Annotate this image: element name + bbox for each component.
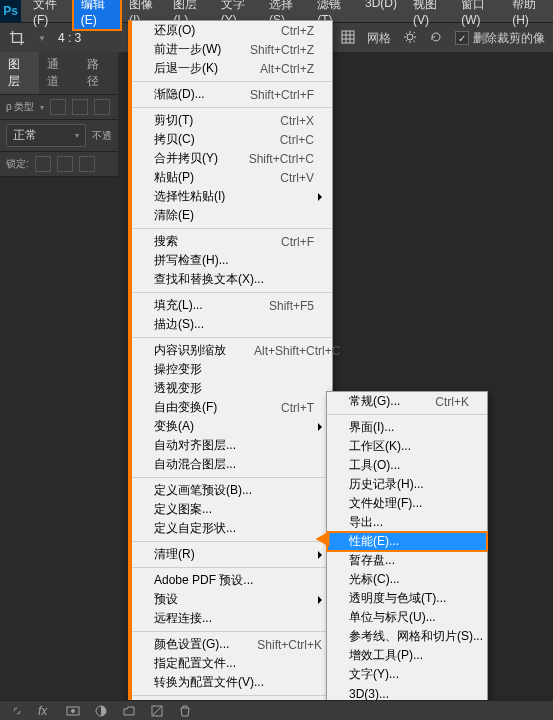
edit-menu-item-7[interactable]: 拷贝(C)Ctrl+C	[132, 130, 332, 149]
menu-item-label: 填充(L)...	[154, 297, 241, 314]
edit-menu-item-8[interactable]: 合并拷贝(Y)Shift+Ctrl+C	[132, 149, 332, 168]
filter-adjust-icon[interactable]	[72, 99, 88, 115]
menu-separator	[132, 228, 332, 229]
adjustment-layer-icon[interactable]	[94, 704, 108, 718]
svg-rect-1	[342, 31, 354, 43]
grid-overlay-icon[interactable]	[341, 30, 355, 47]
blend-mode-dropdown[interactable]: 正常 ▾	[6, 124, 86, 147]
edit-menu-item-4[interactable]: 渐隐(D)...Shift+Ctrl+F	[132, 85, 332, 104]
fx-icon[interactable]: fx	[38, 704, 52, 718]
prefs-menu-item-4[interactable]: 工具(O)...	[327, 456, 487, 475]
trash-icon[interactable]	[178, 704, 192, 718]
menu-帮助h[interactable]: 帮助(H)	[504, 0, 553, 30]
edit-menu-item-22[interactable]: 透视变形	[132, 379, 332, 398]
edit-menu-item-23[interactable]: 自由变换(F)Ctrl+T	[132, 398, 332, 417]
prefs-menu-item-3[interactable]: 工作区(K)...	[327, 437, 487, 456]
edit-menu-item-26[interactable]: 自动混合图层...	[132, 455, 332, 474]
chevron-down-icon: ▾	[75, 131, 79, 140]
menu-item-label: 导出...	[349, 514, 469, 531]
menu-文件f[interactable]: 文件(F)	[25, 0, 73, 30]
prefs-menu-item-7[interactable]: 导出...	[327, 513, 487, 532]
crop-tool-icon[interactable]	[8, 29, 26, 47]
edit-menu-item-17[interactable]: 填充(L)...Shift+F5	[132, 296, 332, 315]
edit-menu-item-39[interactable]: 指定配置文件...	[132, 654, 332, 673]
lock-position-icon[interactable]	[57, 156, 73, 172]
menu-item-label: 定义画笔预设(B)...	[154, 482, 314, 499]
menu-窗口w[interactable]: 窗口(W)	[453, 0, 504, 30]
menu-item-label: 前进一步(W)	[154, 41, 222, 58]
edit-menu-item-28[interactable]: 定义画笔预设(B)...	[132, 481, 332, 500]
prefs-menu-item-8[interactable]: 性能(E)...	[327, 532, 487, 551]
menu-item-shortcut: Shift+Ctrl+C	[249, 152, 314, 166]
edit-menu-item-6[interactable]: 剪切(T)Ctrl+X	[132, 111, 332, 130]
menu-item-label: 定义自定形状...	[154, 520, 314, 537]
menu-separator	[132, 477, 332, 478]
edit-menu-item-21[interactable]: 操控变形	[132, 360, 332, 379]
prefs-menu-item-6[interactable]: 文件处理(F)...	[327, 494, 487, 513]
edit-menu-item-9[interactable]: 粘贴(P)Ctrl+V	[132, 168, 332, 187]
edit-menu-item-13[interactable]: 搜索Ctrl+F	[132, 232, 332, 251]
edit-menu-item-2[interactable]: 后退一步(K)Alt+Ctrl+Z	[132, 59, 332, 78]
menu-item-label: 自由变换(F)	[154, 399, 253, 416]
edit-menu-item-20[interactable]: 内容识别缩放Alt+Shift+Ctrl+C	[132, 341, 332, 360]
new-layer-icon[interactable]	[150, 704, 164, 718]
menu-item-shortcut: Ctrl+T	[281, 401, 314, 415]
prefs-menu-item-15[interactable]: 文字(Y)...	[327, 665, 487, 684]
svg-point-2	[407, 34, 413, 40]
prefs-menu-item-10[interactable]: 光标(C)...	[327, 570, 487, 589]
prefs-menu-item-11[interactable]: 透明度与色域(T)...	[327, 589, 487, 608]
menu-编辑e[interactable]: 编辑(E)	[73, 0, 121, 30]
tab-layers[interactable]: 图层	[0, 52, 39, 94]
chevron-down-icon[interactable]: ▾	[40, 103, 44, 112]
menu-separator	[132, 107, 332, 108]
menu-separator	[132, 292, 332, 293]
edit-menu-item-18[interactable]: 描边(S)...	[132, 315, 332, 334]
delete-cropped-checkbox[interactable]: 删除裁剪的像	[455, 30, 545, 47]
edit-menu-item-10[interactable]: 选择性粘贴(I)	[132, 187, 332, 206]
edit-menu-item-30[interactable]: 定义自定形状...	[132, 519, 332, 538]
edit-menu-item-29[interactable]: 定义图案...	[132, 500, 332, 519]
link-layers-icon[interactable]	[10, 704, 24, 718]
prefs-menu-item-2[interactable]: 界面(I)...	[327, 418, 487, 437]
tab-paths[interactable]: 路径	[79, 52, 118, 94]
lock-pixels-icon[interactable]	[35, 156, 51, 172]
edit-menu-item-36[interactable]: 远程连接...	[132, 609, 332, 628]
edit-menu-item-25[interactable]: 自动对齐图层...	[132, 436, 332, 455]
menu-item-label: 描边(S)...	[154, 316, 314, 333]
edit-menu-item-24[interactable]: 变换(A)	[132, 417, 332, 436]
chevron-down-icon[interactable]: ▼	[38, 34, 46, 43]
group-icon[interactable]	[122, 704, 136, 718]
edit-menu-item-32[interactable]: 清理(R)	[132, 545, 332, 564]
mask-icon[interactable]	[66, 704, 80, 718]
edit-menu-item-15[interactable]: 查找和替换文本(X)...	[132, 270, 332, 289]
menu-3dd[interactable]: 3D(D)	[357, 0, 405, 30]
menu-item-label: 合并拷贝(Y)	[154, 150, 221, 167]
prefs-menu-item-14[interactable]: 增效工具(P)...	[327, 646, 487, 665]
edit-menu-item-35[interactable]: 预设	[132, 590, 332, 609]
filter-type-icon[interactable]	[94, 99, 110, 115]
edit-menu-item-11[interactable]: 清除(E)	[132, 206, 332, 225]
lock-all-icon[interactable]	[79, 156, 95, 172]
filter-kind-label: ρ 类型	[6, 100, 34, 114]
refresh-icon[interactable]	[429, 30, 443, 47]
menu-item-label: 工具(O)...	[349, 457, 469, 474]
edit-menu-item-38[interactable]: 颜色设置(G)...Shift+Ctrl+K	[132, 635, 332, 654]
edit-menu-item-34[interactable]: Adobe PDF 预设...	[132, 571, 332, 590]
edit-menu-item-40[interactable]: 转换为配置文件(V)...	[132, 673, 332, 692]
edit-menu-item-14[interactable]: 拼写检查(H)...	[132, 251, 332, 270]
prefs-menu-item-5[interactable]: 历史记录(H)...	[327, 475, 487, 494]
prefs-menu-item-0[interactable]: 常规(G)...Ctrl+K	[327, 392, 487, 411]
filter-pixel-icon[interactable]	[50, 99, 66, 115]
gear-icon[interactable]	[403, 30, 417, 47]
menu-视图v[interactable]: 视图(V)	[405, 0, 453, 30]
tab-channels[interactable]: 通道	[39, 52, 78, 94]
prefs-menu-item-13[interactable]: 参考线、网格和切片(S)...	[327, 627, 487, 646]
prefs-menu-item-12[interactable]: 单位与标尺(U)...	[327, 608, 487, 627]
crop-ratio-value[interactable]: 4 : 3	[58, 31, 81, 45]
edit-menu-item-0[interactable]: 还原(O)Ctrl+Z	[132, 21, 332, 40]
prefs-menu-item-9[interactable]: 暂存盘...	[327, 551, 487, 570]
edit-menu-item-1[interactable]: 前进一步(W)Shift+Ctrl+Z	[132, 40, 332, 59]
menu-item-shortcut: Shift+F5	[269, 299, 314, 313]
menu-item-label: 查找和替换文本(X)...	[154, 271, 314, 288]
menu-separator	[327, 414, 487, 415]
